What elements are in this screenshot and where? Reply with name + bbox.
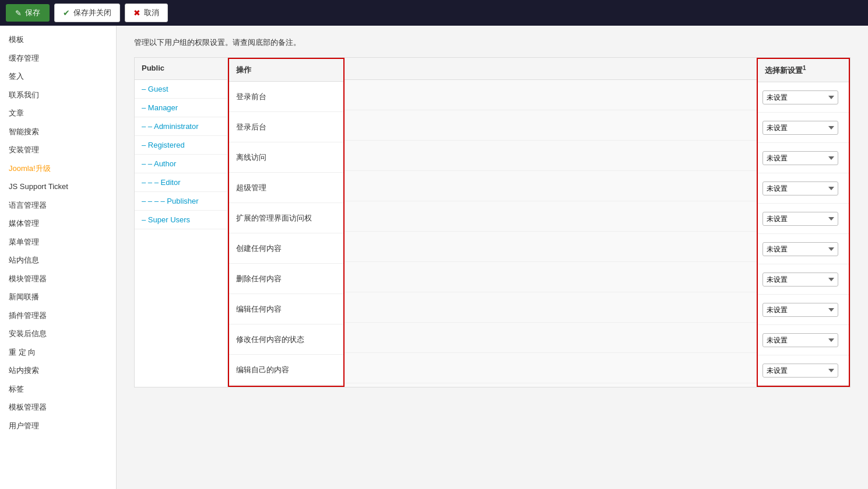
group-item-manager[interactable]: – Manager [135,99,227,117]
group-item-editor[interactable]: – – – Editor [135,173,227,192]
setting-row-7: 未设置 继承 允许 拒绝 [758,264,849,295]
group-item-registered[interactable]: – Registered [135,136,227,155]
main-content: 管理以下用户组的权限设置。请查阅底部的备注。 Public – Guest – … [117,26,868,489]
sidebar-item-post-install[interactable]: 安装后信息 [0,324,116,343]
sidebar-item-users[interactable]: 用户管理 [0,417,116,435]
action-row-admin-access: 扩展的管理界面访问权 [229,203,343,233]
setting-select-7[interactable]: 未设置 继承 允许 拒绝 [762,273,838,287]
sidebar-item-install[interactable]: 安装管理 [0,141,116,159]
action-row-create: 创建任何内容 [229,233,343,264]
setting-select-9[interactable]: 未设置 继承 允许 拒绝 [762,333,838,347]
group-item-author[interactable]: – – Author [135,155,227,173]
group-item-superusers[interactable]: – Super Users [135,211,227,229]
description: 管理以下用户组的权限设置。请查阅底部的备注。 [134,37,851,48]
toolbar: ✎ 保存 ✔ 保存并关闭 ✖ 取消 [0,0,868,26]
setting-select-10[interactable]: 未设置 继承 允许 拒绝 [762,364,838,378]
page-layout: 模板 缓存管理 签入 联系我们 文章 智能搜索 安装管理 Joomla!升级 J… [0,26,868,489]
sidebar-item-tags[interactable]: 标签 [0,380,116,399]
setting-row-2: 未设置 继承 允许 拒绝 [758,113,849,143]
action-row-edit-state: 修改任何内容的状态 [229,324,343,355]
spacer-header [345,58,757,80]
setting-select-3[interactable]: 未设置 继承 允许 拒绝 [762,151,838,165]
save-close-label: 保存并关闭 [73,8,111,18]
setting-select-1[interactable]: 未设置 继承 允许 拒绝 [762,90,838,104]
sidebar-item-smart-search[interactable]: 智能搜索 [0,123,116,141]
sidebar-item-template-mgr[interactable]: 模板管理器 [0,398,116,417]
spacer-row-8 [345,292,757,323]
sidebar-item-checkin[interactable]: 签入 [0,67,116,86]
setting-row-5: 未设置 继承 允许 拒绝 [758,204,849,234]
action-row-login-admin: 登录后台 [229,112,343,142]
spacer-row-3 [345,141,757,171]
group-link-administrator[interactable]: – – Administrator [142,122,199,131]
setting-select-4[interactable]: 未设置 继承 允许 拒绝 [762,181,838,195]
setting-row-3: 未设置 继承 允许 拒绝 [758,143,849,173]
sidebar-item-templates[interactable]: 模板 [0,30,116,49]
x-icon: ✖ [133,8,140,18]
sidebar-item-messages[interactable]: 站内信息 [0,251,116,270]
settings-column: 选择新设置1 未设置 继承 允许 拒绝 未设置 继承 [757,58,850,387]
cancel-label: 取消 [144,8,159,18]
save-label: 保存 [25,8,40,18]
groups-column: Public – Guest – Manager – – Administrat… [135,58,228,387]
group-link-registered[interactable]: – Registered [142,141,185,149]
setting-row-1: 未设置 继承 允许 拒绝 [758,82,849,113]
permissions-area: Public – Guest – Manager – – Administrat… [134,57,851,387]
sidebar-item-modules[interactable]: 模块管理器 [0,270,116,288]
cancel-button[interactable]: ✖ 取消 [125,4,168,22]
setting-row-10: 未设置 继承 允许 拒绝 [758,355,849,386]
group-link-guest[interactable]: – Guest [142,85,168,93]
action-row-edit: 编辑任何内容 [229,294,343,324]
sidebar-item-joomla-update[interactable]: Joomla!升级 [0,159,116,178]
check-icon: ✔ [63,8,70,18]
group-link-manager[interactable]: – Manager [142,103,178,112]
sidebar-item-news[interactable]: 新闻联播 [0,288,116,306]
action-row-edit-own: 编辑自己的内容 [229,355,343,385]
spacer-row-4 [345,171,757,201]
action-row-super-admin: 超级管理 [229,173,343,203]
group-item-publisher[interactable]: – – – – Publisher [135,192,227,211]
actions-column: 操作 登录前台 登录后台 离线访问 超级管理 扩展的管理界面访问权 [228,58,345,387]
spacer-row-7 [345,262,757,292]
setting-row-8: 未设置 继承 允许 拒绝 [758,295,849,325]
spacer-row-9 [345,323,757,353]
spacer-row-5 [345,201,757,232]
group-link-editor[interactable]: – – – Editor [142,178,181,187]
middle-spacer [345,58,757,387]
group-link-author[interactable]: – – Author [142,159,176,168]
sidebar-item-plugins[interactable]: 插件管理器 [0,306,116,325]
sidebar-item-lang[interactable]: 语言管理器 [0,196,116,215]
sidebar-item-contact[interactable]: 联系我们 [0,86,116,104]
setting-select-2[interactable]: 未设置 继承 允许 拒绝 [762,121,838,135]
group-item-guest[interactable]: – Guest [135,80,227,99]
save-button[interactable]: ✎ 保存 [6,4,50,22]
save-close-button[interactable]: ✔ 保存并关闭 [54,4,120,22]
actions-header: 操作 [229,59,343,82]
groups-header: Public [135,58,227,80]
sidebar-item-redirect[interactable]: 重 定 向 [0,343,116,362]
sidebar-item-search[interactable]: 站内搜索 [0,361,116,380]
sidebar-item-articles[interactable]: 文章 [0,104,116,123]
group-link-publisher[interactable]: – – – – Publisher [142,197,199,205]
setting-select-8[interactable]: 未设置 继承 允许 拒绝 [762,303,838,317]
group-item-administrator[interactable]: – – Administrator [135,117,227,136]
sidebar-item-menu[interactable]: 菜单管理 [0,233,116,252]
group-link-superusers[interactable]: – Super Users [142,215,190,224]
sidebar: 模板 缓存管理 签入 联系我们 文章 智能搜索 安装管理 Joomla!升级 J… [0,26,117,489]
setting-row-4: 未设置 继承 允许 拒绝 [758,173,849,204]
edit-icon: ✎ [15,9,22,18]
setting-row-6: 未设置 继承 允许 拒绝 [758,234,849,264]
spacer-row-6 [345,232,757,262]
sidebar-item-js-ticket[interactable]: JS Support Ticket [0,177,116,196]
settings-header: 选择新设置1 [758,59,849,82]
setting-select-6[interactable]: 未设置 继承 允许 拒绝 [762,242,838,256]
spacer-row-10 [345,353,757,383]
spacer-row-2 [345,110,757,141]
sidebar-item-media[interactable]: 媒体管理 [0,214,116,233]
action-row-offline: 离线访问 [229,142,343,173]
spacer-row-1 [345,80,757,110]
setting-select-5[interactable]: 未设置 继承 允许 拒绝 [762,212,838,226]
setting-row-9: 未设置 继承 允许 拒绝 [758,325,849,355]
action-row-login-site: 登录前台 [229,82,343,112]
sidebar-item-cache[interactable]: 缓存管理 [0,49,116,68]
